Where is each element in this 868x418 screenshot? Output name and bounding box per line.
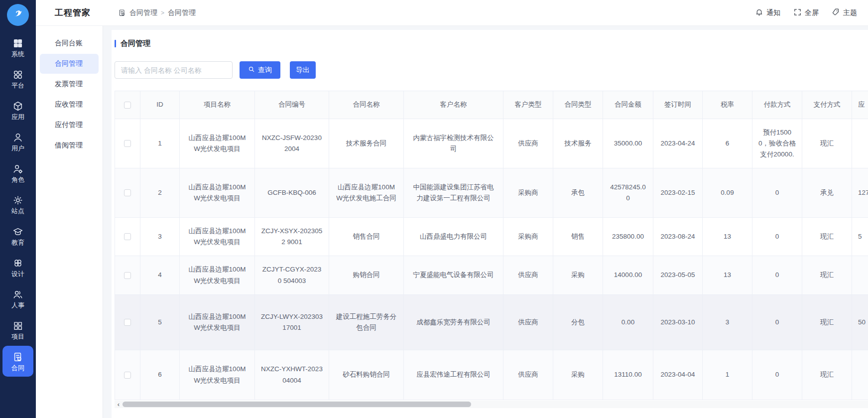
content-card: 合同管理 查询 导出 bbox=[112, 30, 868, 418]
cell-contract_no: NXZC-JSFW-202302004 bbox=[255, 119, 329, 168]
column-header-contract_type: 合同类型 bbox=[553, 91, 603, 119]
cell-contract_no: ZCJY-XSYX-2023052 9001 bbox=[255, 218, 329, 256]
rail-item-apps[interactable]: 应用 bbox=[2, 95, 33, 126]
search-input[interactable] bbox=[115, 61, 233, 79]
column-header-project_name: 项目名称 bbox=[180, 91, 255, 119]
table-row: 5山西应县边耀100MW光伏发电项目ZCJY-LWYX-202303 17001… bbox=[115, 295, 868, 350]
clover-icon bbox=[12, 258, 23, 269]
cell-clipped_amount: 127 bbox=[852, 168, 868, 218]
table-row: 3山西应县边耀100MW光伏发电项目ZCJY-XSYX-2023052 9001… bbox=[115, 218, 868, 256]
menu-item-3[interactable]: 发票管理 bbox=[40, 74, 99, 94]
cell-payment_method: 现汇 bbox=[802, 350, 852, 400]
scroll-left-arrow-icon[interactable]: ‹ bbox=[115, 401, 123, 408]
cell-contract_no: ZCJYT-CGYX-20230 504003 bbox=[255, 256, 329, 295]
cell-customer_type: 供应商 bbox=[503, 119, 553, 168]
app-logo[interactable] bbox=[7, 4, 29, 26]
cell-clipped_amount bbox=[852, 119, 868, 168]
column-header-customer_type: 客户类型 bbox=[503, 91, 553, 119]
menu-item-6[interactable]: 借阅管理 bbox=[40, 136, 99, 155]
export-button[interactable]: 导出 bbox=[290, 61, 316, 79]
contract-doc-icon bbox=[118, 9, 126, 17]
row-checkbox[interactable] bbox=[124, 372, 131, 379]
cell-id: 2 bbox=[140, 168, 180, 218]
column-header-amount: 合同金额 bbox=[603, 91, 653, 119]
rail-item-projects[interactable]: 项目 bbox=[2, 314, 33, 345]
row-checkbox[interactable] bbox=[124, 189, 131, 196]
rail-item-system[interactable]: 系统 bbox=[2, 32, 33, 63]
column-header-sign_date: 签订时间 bbox=[653, 91, 703, 119]
theme-button[interactable]: 主题 bbox=[832, 8, 857, 18]
row-select-cell bbox=[115, 119, 140, 168]
cell-project_name: 山西应县边耀100MW光伏发电项目 bbox=[180, 256, 255, 295]
cell-contract_name: 山西应县边耀100MW光伏发电施工合同 bbox=[329, 168, 404, 218]
cell-contract_type: 分包 bbox=[553, 295, 603, 350]
submenu: 合同台账合同管理发票管理应收管理应付管理借阅管理 bbox=[36, 26, 103, 418]
cell-contract_no: ZCJY-LWYX-202303 17001 bbox=[255, 295, 329, 350]
cell-payment_terms: 0 bbox=[752, 295, 802, 350]
row-checkbox[interactable] bbox=[124, 233, 131, 240]
cell-project_name: 山西应县边耀100MW光伏发电项目 bbox=[180, 295, 255, 350]
rail-item-hr[interactable]: 人事 bbox=[2, 283, 33, 314]
menu-item-4[interactable]: 应收管理 bbox=[40, 95, 99, 115]
app-title: 工程管家 bbox=[55, 7, 91, 18]
table-head: ID项目名称合同编号合同名称客户名称客户类型合同类型合同金额签订时间税率付款方式… bbox=[115, 91, 868, 119]
body-row: 合同台账合同管理发票管理应收管理应付管理借阅管理 合同管理 bbox=[36, 26, 868, 418]
row-checkbox[interactable] bbox=[124, 272, 131, 279]
rail-item-roles[interactable]: 角色 bbox=[2, 157, 33, 188]
cell-payment_terms: 0 bbox=[752, 218, 802, 256]
row-checkbox[interactable] bbox=[124, 319, 131, 326]
breadcrumb-item[interactable]: 合同管理 bbox=[129, 8, 157, 17]
cell-sign_date: 2023-02-15 bbox=[653, 168, 703, 218]
column-header-clipped_amount: 应 bbox=[852, 91, 868, 119]
cube-icon bbox=[12, 101, 23, 112]
cell-amount: 14000.00 bbox=[603, 256, 653, 295]
user-gear-icon bbox=[12, 163, 23, 174]
cell-tax_rate: 13 bbox=[703, 256, 752, 295]
horizontal-scrollbar[interactable]: ‹ bbox=[115, 401, 868, 408]
cell-clipped_amount: 5 bbox=[852, 218, 868, 256]
menu-item-5[interactable]: 应付管理 bbox=[40, 115, 99, 135]
cell-customer_type: 供应商 bbox=[503, 350, 553, 400]
theme-tag-icon bbox=[832, 8, 840, 18]
fullscreen-button[interactable]: 全屏 bbox=[793, 8, 819, 18]
cell-customer_name: 内蒙古福宇检测技术有限公司 bbox=[404, 119, 503, 168]
rail-item-platform[interactable]: 平台 bbox=[2, 63, 33, 94]
rail-item-users[interactable]: 用户 bbox=[2, 126, 33, 157]
query-button[interactable]: 查询 bbox=[240, 61, 280, 79]
title-accent-bar bbox=[115, 40, 116, 47]
graduation-cap-icon bbox=[12, 226, 23, 237]
cell-project_name: 山西应县边耀100MW光伏发电项目 bbox=[180, 168, 255, 218]
cell-sign_date: 2023-08-24 bbox=[653, 218, 703, 256]
notifications-button[interactable]: 通知 bbox=[755, 8, 780, 18]
column-header-payment_method: 支付方式 bbox=[802, 91, 852, 119]
cell-tax_rate: 6 bbox=[703, 119, 752, 168]
rail-item-sites[interactable]: 站点 bbox=[2, 189, 33, 220]
select-all-checkbox[interactable] bbox=[124, 102, 131, 109]
cell-tax_rate: 0.09 bbox=[703, 168, 752, 218]
cell-payment_terms: 0 bbox=[752, 168, 802, 218]
rail-item-design[interactable]: 设计 bbox=[2, 252, 33, 282]
rail-item-label: 设计 bbox=[11, 271, 24, 277]
cell-contract_type: 承包 bbox=[553, 168, 603, 218]
table-row: 1山西应县边耀100MW光伏发电项目NXZC-JSFW-202302004技术服… bbox=[115, 119, 868, 168]
menu-item-2[interactable]: 合同管理 bbox=[40, 54, 99, 74]
cell-id: 3 bbox=[140, 218, 180, 256]
cell-payment_method: 现汇 bbox=[802, 119, 852, 168]
menu-item-1[interactable]: 合同台账 bbox=[40, 33, 99, 53]
people-icon bbox=[12, 289, 23, 300]
rail-item-education[interactable]: 教育 bbox=[2, 220, 33, 251]
cell-id: 4 bbox=[140, 256, 180, 295]
cell-contract_type: 采购 bbox=[553, 256, 603, 295]
cell-payment_terms: 预付15000，验收合格支付20000. bbox=[752, 119, 802, 168]
rail-item-contracts[interactable]: 合同 bbox=[2, 346, 33, 377]
gear-icon bbox=[12, 195, 23, 206]
column-header-tax_rate: 税率 bbox=[703, 91, 752, 119]
cell-contract_name: 购销合同 bbox=[329, 256, 404, 295]
cell-id: 6 bbox=[140, 350, 180, 400]
column-header-payment_terms: 付款方式 bbox=[752, 91, 802, 119]
cell-amount: 0.00 bbox=[603, 295, 653, 350]
cell-contract_name: 建设工程施工劳务分包合同 bbox=[329, 295, 404, 350]
row-checkbox[interactable] bbox=[124, 140, 131, 147]
scrollbar-thumb[interactable] bbox=[123, 402, 471, 407]
breadcrumb: 合同管理 > 合同管理 bbox=[118, 8, 196, 17]
